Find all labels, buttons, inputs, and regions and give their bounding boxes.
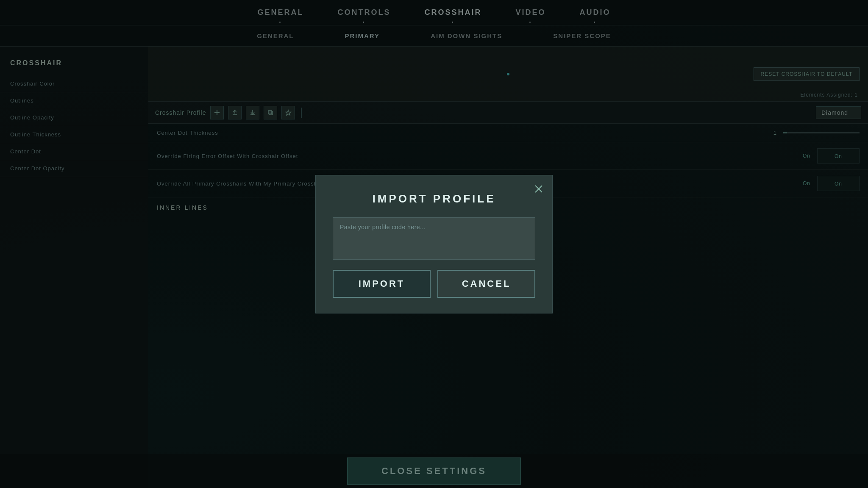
modal-overlay[interactable]: IMPORT PROFILE IMPORT CANCEL bbox=[0, 0, 868, 488]
profile-code-input[interactable] bbox=[333, 217, 535, 260]
modal-title: IMPORT PROFILE bbox=[333, 192, 535, 205]
cancel-button[interactable]: CANCEL bbox=[437, 270, 535, 298]
modal-buttons: IMPORT CANCEL bbox=[333, 270, 535, 298]
modal-close-button[interactable] bbox=[532, 182, 545, 196]
close-icon bbox=[534, 184, 543, 194]
import-button[interactable]: IMPORT bbox=[333, 270, 431, 298]
import-profile-modal: IMPORT PROFILE IMPORT CANCEL bbox=[315, 175, 553, 313]
